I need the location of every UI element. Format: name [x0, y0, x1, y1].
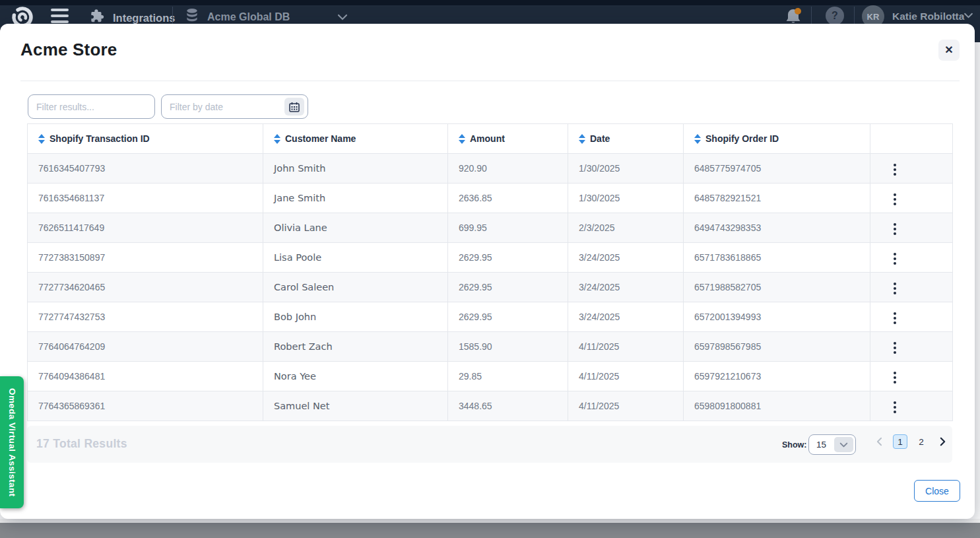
page-title: Acme Store: [20, 40, 117, 60]
table-header-row: Shopify Transaction ID Customer Name Amo…: [28, 124, 953, 154]
date-cell: 4/11/2025: [568, 362, 684, 391]
transaction-id-cell: 7616345407793: [28, 154, 263, 184]
row-actions-button[interactable]: [890, 309, 899, 327]
date-cell: 1/30/2025: [568, 154, 684, 184]
amount-cell: 2636.85: [448, 184, 568, 213]
amount-cell: 2629.95: [448, 273, 568, 302]
pagination-next-button[interactable]: [935, 434, 950, 449]
transaction-id-cell: 7727383150897: [28, 243, 263, 273]
nav-integrations-label: Integrations: [113, 12, 175, 24]
help-icon: ?: [832, 10, 838, 22]
customer-name-cell: Nora Yee: [263, 362, 448, 391]
customer-name-cell: Jane Smith: [263, 184, 448, 213]
amount-cell: 2629.95: [448, 243, 568, 273]
kebab-menu-icon: [894, 164, 896, 166]
kebab-menu-icon: [894, 401, 896, 404]
amount-cell: 29.85: [448, 362, 568, 391]
pagination-prev-button[interactable]: [872, 434, 886, 449]
pagination-page-1[interactable]: 1: [893, 434, 907, 449]
chevron-down-icon[interactable]: [964, 13, 973, 18]
amount-cell: 3448.65: [448, 391, 568, 421]
sort-icon: [274, 134, 280, 144]
transaction-id-cell: 7616354681137: [28, 184, 263, 213]
transactions-table: Shopify Transaction ID Customer Name Amo…: [27, 123, 953, 421]
row-actions-button[interactable]: [890, 398, 899, 417]
row-actions-button[interactable]: [890, 220, 899, 238]
order-id-cell: 6571988582705: [684, 273, 870, 302]
order-id-cell: 6485782921521: [684, 184, 870, 213]
amount-cell: 2629.95: [448, 302, 568, 332]
customer-name-cell: Carol Saleen: [263, 273, 448, 302]
row-actions-button[interactable]: [890, 160, 899, 179]
row-actions-button[interactable]: [890, 190, 899, 209]
table-row: 7764064764209 Robert Zach 1585.90 4/11/2…: [28, 332, 953, 362]
column-header-customer-name[interactable]: Customer Name: [263, 124, 448, 154]
notification-dot: [795, 8, 801, 15]
virtual-assistant-label: Omeda Virtual Assistant: [7, 388, 17, 497]
column-header-date[interactable]: Date: [568, 124, 684, 154]
date-cell: 3/24/2025: [568, 273, 684, 302]
table-footer: 17 Total Results Show: 15 1 2: [27, 426, 952, 463]
date-cell: 1/30/2025: [568, 184, 684, 213]
close-icon: ✕: [944, 44, 953, 55]
transaction-id-cell: 7764094386481: [28, 362, 263, 391]
page-size-value: 15: [809, 440, 834, 450]
help-button[interactable]: ?: [826, 7, 844, 25]
customer-name-cell: Samuel Net: [263, 391, 448, 421]
kebab-menu-icon: [894, 372, 896, 374]
title-divider: [20, 81, 960, 81]
amount-cell: 920.90: [448, 154, 568, 184]
column-header-order-id[interactable]: Shopify Order ID: [684, 124, 870, 154]
avatar-initials: KR: [867, 12, 880, 22]
calendar-icon: [289, 102, 300, 112]
column-header-transaction-id[interactable]: Shopify Transaction ID: [28, 124, 263, 154]
order-id-cell: 6485775974705: [684, 154, 870, 184]
database-selector-value: Acme Global DB: [207, 11, 290, 23]
table-row: 7616345407793 John Smith 920.90 1/30/202…: [28, 154, 953, 184]
column-header-amount[interactable]: Amount: [448, 124, 568, 154]
chevron-down-icon: [337, 11, 348, 23]
date-cell: 3/24/2025: [568, 302, 684, 332]
table-row: 7727747432753 Bob John 2629.95 3/24/2025…: [28, 302, 953, 332]
row-actions-button[interactable]: [890, 279, 899, 298]
transaction-id-cell: 7764365869361: [28, 391, 263, 421]
date-picker-button[interactable]: [284, 98, 304, 116]
table-row: 7616354681137 Jane Smith 2636.85 1/30/20…: [28, 184, 953, 213]
kebab-menu-icon: [894, 342, 896, 345]
kebab-menu-icon: [894, 253, 896, 255]
transaction-id-cell: 7764064764209: [28, 332, 263, 362]
chevron-down-icon: [834, 437, 853, 452]
row-actions-button[interactable]: [890, 368, 899, 387]
date-cell: 3/24/2025: [568, 243, 684, 273]
show-label: Show:: [782, 440, 807, 450]
amount-cell: 1585.90: [448, 332, 568, 362]
hamburger-menu-icon[interactable]: [51, 9, 69, 23]
customer-name-cell: Bob John: [263, 302, 448, 332]
transaction-id-cell: 7626511417649: [28, 213, 263, 243]
filter-results-input[interactable]: [28, 94, 155, 119]
date-cell: 2/3/2025: [568, 213, 684, 243]
order-id-cell: 6494743298353: [684, 213, 870, 243]
row-actions-button[interactable]: [890, 339, 899, 357]
modal-close-icon-button[interactable]: ✕: [938, 40, 960, 61]
close-button[interactable]: Close: [914, 480, 960, 502]
table-row: 7764094386481 Nora Yee 29.85 4/11/2025 6…: [28, 362, 953, 391]
transaction-id-cell: 7727734620465: [28, 273, 263, 302]
total-results-label: 17 Total Results: [36, 437, 127, 451]
date-cell: 4/11/2025: [568, 391, 684, 421]
pagination-page-2[interactable]: 2: [914, 434, 929, 449]
table-row: 7764365869361 Samuel Net 3448.65 4/11/20…: [28, 391, 953, 421]
row-actions-button[interactable]: [890, 250, 899, 268]
page-footer-bar: [0, 523, 980, 538]
kebab-menu-icon: [894, 193, 896, 196]
order-id-cell: 6571783618865: [684, 243, 870, 273]
pagination: 1 2: [872, 434, 950, 449]
kebab-menu-icon: [894, 283, 896, 285]
page-size-select[interactable]: 15: [808, 434, 856, 455]
sort-icon: [459, 134, 465, 144]
virtual-assistant-tab[interactable]: Omeda Virtual Assistant: [0, 376, 24, 508]
amount-cell: 699.95: [448, 213, 568, 243]
customer-name-cell: Lisa Poole: [263, 243, 448, 273]
user-name-label: Katie Robilotta: [892, 11, 964, 22]
user-menu[interactable]: Katie Robilotta: [892, 11, 964, 22]
